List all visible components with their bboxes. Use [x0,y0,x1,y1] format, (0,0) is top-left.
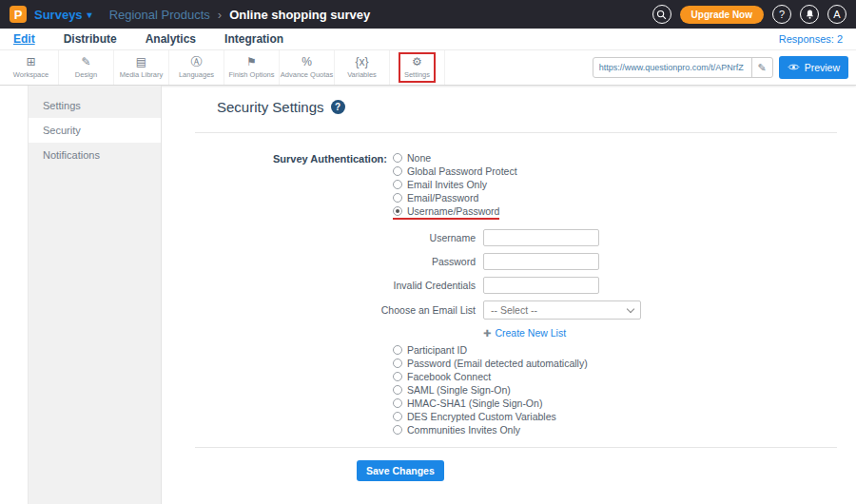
settings-annotation-box: ⚙Settings [399,52,436,83]
radio-option-des-encrypted[interactable]: DES Encrypted Custom Variables [393,411,556,422]
advance-quotas-icon: % [302,56,312,69]
help-icon[interactable]: ? [772,5,791,24]
left-gutter [0,86,29,504]
email-list-selected-value: -- Select -- [491,304,537,316]
pencil-icon: ✎ [758,62,767,74]
email-list-select[interactable]: -- Select -- [483,300,641,320]
toolbar-item-finish-options[interactable]: ⚑Finish Options [224,50,280,85]
username-input[interactable] [483,229,599,246]
breadcrumb-parent[interactable]: Regional Products [109,8,210,22]
password-input[interactable] [483,253,599,270]
chevron-down-icon: ▾ [88,10,92,20]
radio-option-global-password-protect[interactable]: Global Password Protect [393,165,517,177]
radio-icon [393,153,402,163]
breadcrumb-separator-icon: › [218,8,222,22]
questionpro-logo: P [10,6,27,23]
edit-url-button[interactable]: ✎ [751,58,772,77]
upgrade-now-button[interactable]: Upgrade Now [680,6,764,24]
sidebar-item-notifications[interactable]: Notifications [29,143,161,167]
radio-option-email-invites-only[interactable]: Email Invites Only [393,179,487,190]
create-new-list-link[interactable]: ✚ Create New List [483,327,566,339]
variables-icon: {x} [355,56,368,69]
toolbar-item-workspace[interactable]: ⊞Workspace [4,50,59,85]
radio-icon [393,425,402,435]
radio-option-facebook-connect[interactable]: Facebook Connect [393,371,491,382]
design-icon: ✎ [81,56,90,69]
auth-options-bottom: Participant ID Password (Email detected … [393,344,856,436]
radio-icon [393,412,402,421]
sidebar-item-security[interactable]: Security [29,118,161,143]
radio-icon [393,193,402,203]
avatar[interactable]: A [827,5,846,24]
radio-option-communities-invites[interactable]: Communities Invites Only [393,424,520,436]
auth-options-top: None Global Password Protect Email Invit… [393,152,517,220]
radio-icon [393,359,402,368]
preview-label: Preview [805,62,840,73]
toolbar-right: ✎ Preview [593,50,856,85]
breadcrumb: Regional Products › Online shopping surv… [109,8,371,22]
media-library-icon: ▤ [136,56,146,69]
sidebar-item-settings[interactable]: Settings [29,93,161,118]
search-icon[interactable] [652,5,671,24]
workspace-icon: ⊞ [26,56,35,69]
radio-icon [393,180,402,189]
password-label: Password [195,256,483,267]
main-content: Security Settings ? Survey Authenticatio… [162,86,856,504]
tab-analytics[interactable]: Analytics [146,32,196,46]
email-list-label: Choose an Email List [195,304,483,316]
radio-option-participant-id[interactable]: Participant ID [393,344,467,356]
responses-count[interactable]: Responses: 2 [779,33,843,45]
surveys-menu-label: Surveys [34,8,83,22]
radio-icon [393,385,402,395]
save-changes-button[interactable]: Save Changes [357,460,444,481]
tab-distribute[interactable]: Distribute [64,32,117,46]
survey-url-input[interactable] [593,63,751,72]
radio-icon [393,398,402,408]
tab-integration[interactable]: Integration [224,32,283,46]
top-bar: P Surveys ▾ Regional Products › Online s… [0,0,856,29]
radio-option-none[interactable]: None [393,152,431,164]
survey-url-box: ✎ [593,57,773,78]
divider [195,447,837,448]
toolbar-item-advance-quotas[interactable]: %Advance Quotas [280,50,335,85]
toolbar-item-design[interactable]: ✎Design [59,50,114,85]
radio-icon [393,372,402,381]
plus-icon: ✚ [483,328,491,339]
module-nav: Edit Distribute Analytics Integration Re… [0,29,856,50]
chevron-down-icon [627,304,634,312]
security-form: Survey Authentication: None Global Passw… [162,133,856,436]
radio-option-email-password[interactable]: Email/Password [393,192,478,204]
toolbar-item-media-library[interactable]: ▤Media Library [114,50,169,85]
languages-icon: Ⓐ [191,56,203,69]
create-new-list-label: Create New List [495,327,566,339]
toolbar-item-settings[interactable]: ⚙Settings [390,50,445,85]
survey-toolbar: ⊞Workspace ✎Design ▤Media Library ⒶLangu… [0,50,856,86]
invalid-credentials-label: Invalid Credentials [195,280,483,291]
radio-icon [393,345,402,355]
radio-icon [393,206,402,216]
help-icon[interactable]: ? [331,100,345,114]
toolbar-item-variables[interactable]: {x}Variables [335,50,390,85]
invalid-credentials-input[interactable] [483,277,599,294]
settings-sidebar: Settings Security Notifications [29,86,162,504]
page-title: Security Settings [217,99,324,115]
eye-icon [788,62,800,73]
radio-option-hmac-sha1[interactable]: HMAC-SHA1 (Single Sign-On) [393,397,542,409]
credential-fields: Username Password Invalid Credentials Ch… [195,229,856,320]
survey-authentication-label: Survey Authentication: [195,152,393,220]
tab-edit[interactable]: Edit [13,32,35,46]
notifications-bell-icon[interactable] [800,5,819,24]
surveys-menu[interactable]: Surveys ▾ [34,8,92,22]
radio-option-password-email-detected[interactable]: Password (Email detected automatically) [393,358,588,369]
preview-button[interactable]: Preview [779,56,848,79]
gear-icon: ⚙ [412,56,422,69]
radio-option-username-password[interactable]: Username/Password [393,205,499,220]
breadcrumb-current: Online shopping survey [229,8,370,22]
radio-option-saml[interactable]: SAML (Single Sign-On) [393,384,511,396]
radio-icon [393,166,402,176]
finish-options-icon: ⚑ [246,56,257,69]
topbar-actions: Upgrade Now ? A [652,5,846,24]
toolbar-item-languages[interactable]: ⒶLanguages [169,50,224,85]
username-label: Username [195,232,483,243]
